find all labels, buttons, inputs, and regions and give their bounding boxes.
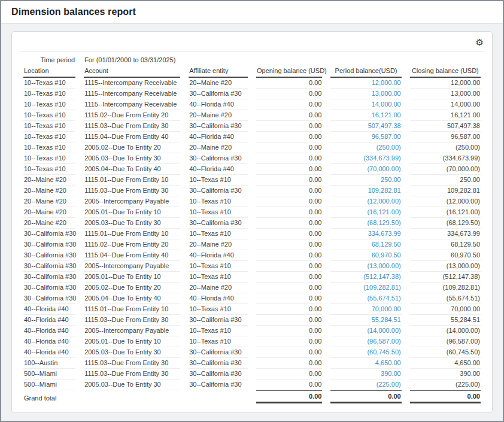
period-balance-link[interactable]: 12,000.00	[372, 79, 401, 86]
table-row: 30--California #302005--Intercompany Pay…	[19, 261, 485, 272]
column-header-affiliate-entity: Affiliate entity	[189, 65, 248, 78]
cell-opening-balance: 0.00	[252, 293, 326, 304]
cell-opening-balance: 0.00	[252, 380, 326, 390]
cell-period-balance: (16,121.00)	[326, 207, 405, 218]
period-balance-link[interactable]: (68,129.50)	[367, 219, 400, 226]
period-balance-link[interactable]: 68,129.50	[372, 241, 401, 248]
cell-period-balance: 4,650.00	[326, 358, 405, 369]
period-balance-link[interactable]: 250.00	[381, 176, 401, 183]
cell-opening-balance: 0.00	[252, 110, 326, 121]
cell-affiliate-entity: 30--California #30	[184, 153, 252, 164]
cell-location: 10--Texas #10	[19, 132, 80, 142]
period-balance-link[interactable]: (250.00)	[377, 144, 401, 151]
cell-account: 1115.01--Due From Entity 10	[80, 175, 184, 186]
period-balance-link[interactable]: (96,587.00)	[367, 338, 400, 345]
table-row: 30--California #302005.01--Due To Entity…	[19, 272, 485, 283]
cell-closing-balance: (13,000.00)	[406, 261, 485, 272]
column-header-opening-balance: Opening balance (USD)	[256, 65, 322, 78]
table-row: 10--Texas #102005.04--Due To Entity 4040…	[19, 164, 485, 175]
cell-account: 2005.01--Due To Entity 10	[80, 272, 184, 283]
period-balance-link[interactable]: 55,284.51	[372, 316, 401, 323]
period-balance-link[interactable]: 14,000.00	[372, 101, 401, 108]
cell-account: 1115.03--Due From Entity 30	[80, 358, 184, 369]
cell-closing-balance: (225.00)	[406, 380, 485, 390]
period-balance-link[interactable]: 4,650.00	[375, 359, 401, 366]
table-row: 500--Miami2005.03--Due To Entity 3030--C…	[19, 380, 485, 390]
cell-closing-balance: (68,129.50)	[406, 218, 485, 229]
report-toolbar: ⚙	[19, 37, 485, 52]
period-balance-link[interactable]: (14,000.00)	[367, 327, 400, 334]
cell-opening-balance: 0.00	[252, 89, 326, 99]
cell-closing-balance: (55,674.51)	[406, 293, 485, 304]
table-row: 30--California #302005.02--Due To Entity…	[19, 283, 485, 293]
cell-affiliate-entity: 30--California #30	[184, 89, 252, 99]
column-header-closing-balance: Closing balance (USD)	[410, 65, 481, 78]
cell-location: 30--California #30	[19, 239, 80, 250]
cell-period-balance: (13,000.00)	[326, 261, 405, 272]
period-balance-link[interactable]: (70,000.00)	[367, 165, 400, 172]
cell-opening-balance: 0.00	[252, 358, 326, 369]
cell-account: 2005--Intercompany Payable	[80, 326, 184, 336]
table-row: 30--California #301115.01--Due From Enti…	[19, 229, 485, 239]
table-row: 10--Texas #101115--Intercompany Receivab…	[19, 89, 485, 99]
cell-account: 1115.04--Due From Entity 40	[80, 250, 184, 261]
period-balance-link[interactable]: 96,587.00	[372, 133, 401, 140]
cell-location: 40--Florida #40	[19, 336, 80, 347]
period-balance-link[interactable]: (55,674.51)	[367, 295, 400, 302]
cell-closing-balance: (250.00)	[406, 142, 485, 153]
period-balance-link[interactable]: 109,282.81	[368, 187, 401, 194]
cell-account: 2005.03--Due To Entity 30	[80, 153, 184, 164]
period-balance-link[interactable]: (12,000.00)	[367, 198, 400, 205]
cell-account: 1115.03--Due From Entity 30	[80, 315, 184, 326]
cell-closing-balance: (60,745.50)	[406, 347, 485, 358]
period-balance-link[interactable]: 507,497.38	[368, 122, 401, 129]
table-row: 40--Florida #401115.01--Due From Entity …	[19, 304, 485, 315]
cell-affiliate-entity: 30--California #30	[184, 315, 252, 326]
report-card: ⚙ Time period For (01/01/2000 to 03/31/2…	[11, 31, 493, 413]
period-balance-link[interactable]: 13,000.00	[372, 90, 401, 97]
cell-affiliate-entity: 20--Maine #20	[184, 110, 252, 121]
cell-opening-balance: 0.00	[252, 283, 326, 293]
table-row: 20--Maine #202005.03--Due To Entity 3030…	[19, 218, 485, 229]
cell-opening-balance: 0.00	[252, 78, 326, 89]
period-balance-link[interactable]: (16,121.00)	[367, 208, 400, 215]
table-row: 10--Texas #101115--Intercompany Receivab…	[19, 78, 485, 89]
cell-closing-balance: 250.00	[406, 175, 485, 186]
grand-total-opening-balance: 0.00	[256, 390, 322, 403]
cell-opening-balance: 0.00	[252, 347, 326, 358]
cell-opening-balance: 0.00	[252, 175, 326, 186]
period-balance-link[interactable]: (334,673.99)	[363, 154, 400, 162]
cell-location: 500--Miami	[19, 380, 80, 390]
period-balance-link[interactable]: 334,673.99	[368, 230, 401, 237]
cell-closing-balance: (14,000.00)	[406, 326, 485, 336]
period-balance-link[interactable]: 70,000.00	[372, 305, 401, 312]
cell-affiliate-entity: 30--California #30	[184, 186, 252, 196]
settings-gear-icon[interactable]: ⚙	[476, 38, 484, 47]
cell-affiliate-entity: 40--Florida #40	[184, 99, 252, 110]
cell-account: 2005.03--Due To Entity 30	[80, 380, 184, 390]
table-row: 20--Maine #201115.01--Due From Entity 10…	[19, 175, 485, 186]
period-balance-link[interactable]: 60,970.50	[372, 251, 401, 259]
period-balance-link[interactable]: (60,745.50)	[367, 348, 400, 356]
cell-period-balance: (512,147.38)	[326, 272, 405, 283]
table-row: 10--Texas #101115.03--Due From Entity 30…	[19, 121, 485, 132]
table-row: 40--Florida #402005.01--Due To Entity 10…	[19, 336, 485, 347]
cell-period-balance: 14,000.00	[326, 99, 405, 110]
cell-account: 2005--Intercompany Payable	[80, 261, 184, 272]
table-row: 500--Miami1115.03--Due From Entity 3030-…	[19, 369, 485, 380]
period-balance-link[interactable]: (109,282.81)	[363, 284, 400, 291]
cell-closing-balance: 14,000.00	[406, 99, 485, 110]
cell-account: 1115.01--Due From Entity 10	[80, 229, 184, 239]
period-balance-link[interactable]: (225.00)	[377, 381, 401, 388]
period-balance-link[interactable]: 390.00	[381, 370, 401, 377]
cell-location: 100--Austin	[19, 358, 80, 369]
cell-affiliate-entity: 10--Texas #10	[184, 261, 252, 272]
cell-location: 20--Maine #20	[19, 207, 80, 218]
period-balance-link[interactable]: (13,000.00)	[367, 262, 400, 269]
period-balance-link[interactable]: 16,121.00	[372, 111, 401, 119]
cell-opening-balance: 0.00	[252, 315, 326, 326]
cell-period-balance: 334,673.99	[326, 229, 405, 239]
cell-account: 2005.02--Due To Entity 20	[80, 283, 184, 293]
period-balance-link[interactable]: (512,147.38)	[363, 273, 400, 280]
cell-closing-balance: (12,000.00)	[406, 196, 485, 207]
